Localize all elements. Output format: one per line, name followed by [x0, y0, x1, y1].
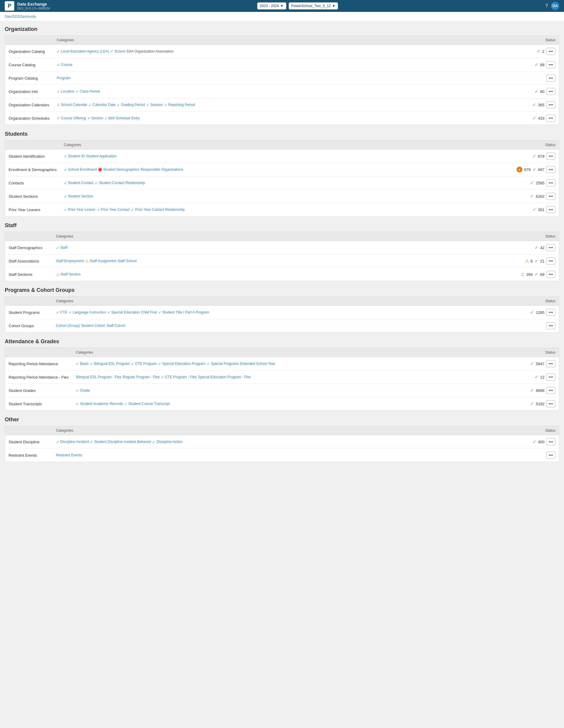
row-status: ✓5192••• [524, 397, 559, 411]
category-link[interactable]: Prior Year Contact Relationship [135, 208, 185, 212]
row-menu-button[interactable]: ••• [546, 88, 555, 95]
category-link[interactable]: Grading Period [121, 103, 145, 107]
table-students: CategoriesStatusStudent Identification✓S… [5, 140, 559, 216]
category-link[interactable]: Student Course Transcript [128, 402, 169, 406]
category-link[interactable]: Discipline Action [156, 440, 182, 444]
category-link[interactable]: Grade [80, 388, 90, 393]
category-link[interactable]: CTE Program - Flex [165, 375, 197, 379]
category-link[interactable]: Student Contact [68, 181, 93, 185]
category-link[interactable]: Student Academic Records [80, 402, 123, 406]
category-link[interactable]: Special Education Program [162, 362, 205, 366]
row-categories: ✓Discipline Incident✓Student Discipline … [53, 435, 524, 449]
status-check-icon: ✓ [537, 49, 541, 54]
row-menu-button[interactable]: ••• [546, 309, 555, 316]
category-link[interactable]: Child Find [141, 310, 157, 314]
row-menu-button[interactable]: ••• [546, 257, 555, 265]
category-link[interactable]: Bilingual ESL Program - Flex [76, 375, 121, 379]
category-link[interactable]: Special Education Program - Flex [198, 375, 251, 379]
category-link[interactable]: School Calendar [61, 103, 87, 107]
row-menu-button[interactable]: ••• [546, 179, 555, 186]
category-item: Child Find [141, 310, 157, 314]
category-link[interactable]: Student Cohort [81, 324, 105, 328]
category-link[interactable]: CTE Program [135, 362, 157, 366]
category-link[interactable]: Student Title I Part A Program [162, 310, 209, 314]
row-menu-button[interactable]: ••• [546, 193, 555, 200]
row-label: Student Identification [5, 150, 60, 163]
col-header-label [5, 232, 53, 241]
category-link[interactable]: CTE [60, 310, 67, 314]
category-link[interactable]: Special Programs [211, 362, 239, 366]
row-categories: Program [53, 72, 523, 85]
category-link[interactable]: Student Contact Relationship [99, 181, 145, 185]
category-link[interactable]: Session [150, 103, 163, 107]
category-link[interactable]: Student Discipline Incident Behavior [94, 440, 151, 444]
row-menu-button[interactable]: ••• [546, 400, 555, 407]
category-link[interactable]: Student Demographics [103, 167, 139, 172]
row-menu-button[interactable]: ••• [546, 206, 555, 213]
row-menu-button[interactable]: ••• [546, 75, 555, 82]
row-menu-button[interactable]: ••• [546, 452, 555, 459]
row-label: Organization Catalog [5, 45, 53, 58]
category-link[interactable]: Section [91, 116, 103, 120]
category-link[interactable]: Staff Cohort [106, 324, 125, 328]
error-icon: 🔴 [98, 168, 102, 172]
row-label: Organization Calendars [5, 98, 53, 112]
category-link[interactable]: Staff Assignment [90, 259, 116, 263]
category-link[interactable]: Bilingual ESL Program [94, 362, 130, 366]
category-link[interactable]: Student Section [68, 194, 93, 198]
category-link[interactable]: Staff Employment [56, 259, 84, 263]
row-menu-button[interactable]: ••• [546, 61, 555, 68]
category-link[interactable]: Staff Section [61, 272, 81, 276]
category-link[interactable]: Location [61, 89, 74, 94]
row-menu-button[interactable]: ••• [546, 360, 555, 367]
breadcrumb-link[interactable]: DevODSSeminole [5, 14, 36, 19]
row-menu-button[interactable]: ••• [546, 153, 555, 160]
row-menu-button[interactable]: ••• [546, 387, 555, 394]
category-link[interactable]: Reporting Period [168, 103, 195, 107]
row-menu-button[interactable]: ••• [546, 115, 555, 122]
check-icon: ✓ [57, 103, 60, 107]
category-link[interactable]: Course [61, 63, 72, 67]
category-link[interactable]: Local Education Agency (LEA) [61, 49, 109, 53]
help-icon[interactable]: ? [545, 3, 548, 9]
category-link[interactable]: Staff [60, 246, 67, 250]
category-link[interactable]: School [114, 49, 125, 53]
row-menu-button[interactable]: ••• [546, 374, 555, 381]
category-link[interactable]: Student Application [86, 154, 117, 158]
year-select[interactable]: 2023 - 2024 ▼ [257, 2, 286, 10]
category-link[interactable]: Extended School Year [240, 362, 275, 366]
row-menu-button[interactable]: ••• [546, 271, 555, 278]
category-link[interactable]: Special Education [111, 310, 140, 314]
category-link[interactable]: Responsible Organizations [140, 167, 183, 172]
col-header-label [5, 348, 72, 357]
row-menu-button[interactable]: ••• [546, 166, 555, 173]
row-menu-button[interactable]: ••• [546, 101, 555, 108]
category-link[interactable]: Cohort (Group) [56, 324, 80, 328]
category-link[interactable]: School Enrollment [68, 167, 97, 172]
category-link[interactable]: Restraint Events [56, 453, 82, 457]
row-menu-button[interactable]: ••• [546, 244, 555, 251]
category-link[interactable]: Prior Year Leaver [68, 208, 96, 212]
category-link[interactable]: Discipline Incident [60, 440, 89, 444]
category-link[interactable]: Prior Year Contact [101, 208, 130, 212]
category-item: Extended School Year [240, 362, 275, 366]
avatar[interactable]: DA [551, 2, 559, 10]
category-link[interactable]: Program [57, 76, 70, 80]
category-link[interactable]: Student ID [68, 154, 85, 158]
category-link[interactable]: Basic [80, 362, 88, 366]
category-link[interactable]: Calendar Date [93, 103, 115, 107]
category-item: Responsible Organizations [140, 167, 183, 172]
row-menu-button[interactable]: ••• [546, 438, 555, 445]
category-link[interactable]: Regular Program - Flex [123, 375, 160, 379]
category-link[interactable]: Staff School [118, 259, 137, 263]
category-link[interactable]: Class Period [80, 89, 100, 94]
row-menu-button[interactable]: ••• [546, 48, 555, 55]
category-link[interactable]: Course Offering [61, 116, 86, 120]
school-select[interactable]: PowerSchool_Two_9_12 ▼ [289, 2, 338, 10]
status-orange-circle: ● [517, 167, 522, 172]
category-item: SSA Organization Association [126, 49, 174, 53]
row-status: ✓400••• [524, 435, 559, 449]
category-link[interactable]: Bell Schedule Entry [109, 116, 140, 120]
category-link[interactable]: Language Instruction [73, 310, 106, 314]
row-menu-button[interactable]: ••• [546, 322, 555, 329]
